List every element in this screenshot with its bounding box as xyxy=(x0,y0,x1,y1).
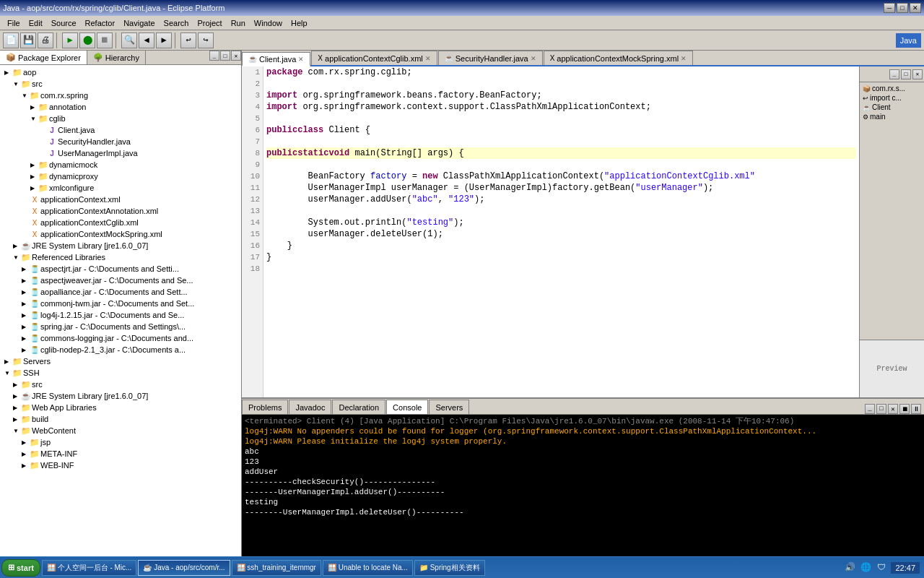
panel-close-btn[interactable]: ✕ xyxy=(231,51,241,61)
editor-tab[interactable]: XapplicationContextCglib.xml✕ xyxy=(311,51,437,65)
outline-maximize[interactable]: □ xyxy=(901,69,911,79)
tree-item[interactable]: J Client.java xyxy=(0,124,241,136)
menu-file[interactable]: File xyxy=(3,17,25,29)
close-button[interactable]: ✕ xyxy=(910,3,921,13)
toolbar-back[interactable]: ◀ xyxy=(139,33,154,48)
tab-close-icon[interactable]: ✕ xyxy=(681,55,687,62)
outline-minimize[interactable]: _ xyxy=(889,69,899,79)
tab-package-explorer[interactable]: 📦 Package Explorer xyxy=(0,51,87,64)
tree-item[interactable]: ▶📁 build xyxy=(0,413,241,425)
tree-item[interactable]: ▼📁 com.rx.spring xyxy=(0,90,241,101)
editor-tab[interactable]: ☕SecurityHandler.java✕ xyxy=(438,51,543,65)
tree-item[interactable]: ▶🫙 commons-logging.jar - C:\Documents an… xyxy=(0,332,241,344)
tree-item[interactable]: X applicationContextMockSpring.xml xyxy=(0,228,241,240)
tree-item[interactable]: ▶🫙 aspectjrt.jar - C:\Documents and Sett… xyxy=(0,263,241,275)
tree-item[interactable]: ▶🫙 cglib-nodep-2.1_3.jar - C:\Documents … xyxy=(0,344,241,355)
perspective-java[interactable]: Java xyxy=(896,33,921,48)
taskbar-item-3[interactable]: 🪟 ssh_training_itemmgr xyxy=(232,560,321,576)
outline-item[interactable]: ↩import c... xyxy=(861,93,923,103)
tree-item[interactable]: ▼📁 WebContent xyxy=(0,425,241,436)
tab-close-icon[interactable]: ✕ xyxy=(531,55,536,62)
tab-close-icon[interactable]: ✕ xyxy=(298,56,304,63)
panel-minimize-btn[interactable]: _ xyxy=(209,51,219,61)
toolbar-stop[interactable]: ⏹ xyxy=(97,33,113,48)
taskbar-item-5[interactable]: 📁 Spring相关资料 xyxy=(414,560,485,576)
menu-help[interactable]: Help xyxy=(287,17,312,29)
menu-refactor[interactable]: Refactor xyxy=(81,17,120,29)
menu-edit[interactable]: Edit xyxy=(25,17,47,29)
code-editor[interactable]: 123456789101112131415161718 package com.… xyxy=(242,66,859,397)
menu-source[interactable]: Source xyxy=(47,17,81,29)
bottom-tab-servers[interactable]: Servers xyxy=(429,400,469,414)
bottom-ctrl-btn[interactable]: _ xyxy=(865,404,875,414)
tree-item[interactable]: ▶🫙 commonj-twm.jar - C:\Documents and Se… xyxy=(0,298,241,309)
toolbar-redo[interactable]: ↪ xyxy=(198,33,214,48)
tree-item[interactable]: ▼📁 src xyxy=(0,78,241,90)
tree-item[interactable]: ▶📁 aop xyxy=(0,66,241,78)
tree-item[interactable]: ▶🫙 aspectjweaver.jar - C:\Documents and … xyxy=(0,275,241,286)
tree-item[interactable]: X applicationContextAnnotation.xml xyxy=(0,205,241,217)
tree-item[interactable]: ▼📁 SSH xyxy=(0,367,241,379)
outline-item[interactable]: ⚙main xyxy=(861,112,923,121)
toolbar-print[interactable]: 🖨 xyxy=(38,33,53,48)
toolbar-new[interactable]: 📄 xyxy=(3,33,19,48)
tree-item[interactable]: ▼📁 Referenced Libraries xyxy=(0,251,241,263)
tab-hierarchy[interactable]: 🌳 Hierarchy xyxy=(87,51,146,64)
maximize-button[interactable]: □ xyxy=(897,3,908,13)
tree-item[interactable]: ▼📁 cglib xyxy=(0,113,241,124)
toolbar-search[interactable]: 🔍 xyxy=(121,33,137,48)
tree-item[interactable]: ▶📁 Web App Libraries xyxy=(0,402,241,413)
menu-window[interactable]: Window xyxy=(250,17,287,29)
toolbar-run[interactable]: ▶ xyxy=(62,33,78,48)
bottom-ctrl-btn[interactable]: □ xyxy=(876,404,886,414)
tree-item[interactable]: ▶🫙 aopalliance.jar - C:\Documents and Se… xyxy=(0,286,241,298)
tree-item[interactable]: ▶📁 xmlconfigure xyxy=(0,182,241,194)
tree-item[interactable]: ▶📁 src xyxy=(0,379,241,390)
bottom-ctrl-btn[interactable]: ⏹ xyxy=(899,404,910,414)
editor-tab[interactable]: ☕Client.java✕ xyxy=(242,52,310,66)
tray-icon-3: 🛡 xyxy=(875,562,888,573)
code-content[interactable]: package com.rx.spring.cglib; import org.… xyxy=(263,66,859,397)
editor-tab[interactable]: XapplicationContextMockSpring.xml✕ xyxy=(544,51,693,65)
tree-item[interactable]: ▶📁 jsp xyxy=(0,436,241,448)
tree-item[interactable]: ▶📁 WEB-INF xyxy=(0,460,241,471)
bottom-tab-javadoc[interactable]: Javadoc xyxy=(289,400,331,414)
bottom-tab-console[interactable]: Console xyxy=(386,400,428,414)
taskbar-item-1[interactable]: 🪟 个人空间一后台 - Mic... xyxy=(42,560,137,576)
panel-maximize-btn[interactable]: □ xyxy=(220,51,230,61)
bottom-tab-declaration[interactable]: Declaration xyxy=(332,400,385,414)
menu-search[interactable]: Search xyxy=(160,17,193,29)
tree-item[interactable]: J UserManagerImpl.java xyxy=(0,147,241,159)
toolbar-save[interactable]: 💾 xyxy=(20,33,36,48)
minimize-button[interactable]: ─ xyxy=(884,3,895,13)
tree-item[interactable]: ▶📁 annotation xyxy=(0,101,241,113)
tree-item[interactable]: ▶📁 dynamicmock xyxy=(0,159,241,171)
toolbar-undo[interactable]: ↩ xyxy=(180,33,196,48)
taskbar-item-4[interactable]: 🪟 Unable to locate Na... xyxy=(323,560,413,576)
tree-item[interactable]: ▶🫙 log4j-1.2.15.jar - C:\Documents and S… xyxy=(0,309,241,321)
outline-item[interactable]: 📦com.rx.s... xyxy=(861,84,923,93)
bottom-ctrl-btn[interactable]: ✕ xyxy=(888,404,898,414)
tree-item[interactable]: J SecurityHandler.java xyxy=(0,136,241,147)
tree-item[interactable]: ▶📁 META-INF xyxy=(0,448,241,460)
bottom-ctrl-btn[interactable]: ⏸ xyxy=(911,404,921,414)
taskbar-item-2[interactable]: ☕ Java - aop/src/com/r... xyxy=(138,560,230,576)
bottom-tab-problems[interactable]: Problems xyxy=(242,400,288,414)
toolbar-debug[interactable]: ⬤ xyxy=(79,33,95,48)
outline-item[interactable]: ☕Client xyxy=(861,103,923,112)
console-line: log4j:WARN Please initialize the log4j s… xyxy=(245,436,921,447)
start-button[interactable]: ⊞ start xyxy=(1,559,40,577)
tree-item[interactable]: ▶🫙 spring.jar - C:\Documents and Setting… xyxy=(0,321,241,332)
menu-run[interactable]: Run xyxy=(227,17,250,29)
tree-item[interactable]: ▶☕ JRE System Library [jre1.6.0_07] xyxy=(0,390,241,402)
menu-navigate[interactable]: Navigate xyxy=(119,17,159,29)
toolbar-forward[interactable]: ▶ xyxy=(156,33,172,48)
outline-close[interactable]: ✕ xyxy=(912,69,923,79)
tree-item[interactable]: X applicationContext.xml xyxy=(0,194,241,205)
tree-item[interactable]: ▶📁 dynamicproxy xyxy=(0,171,241,182)
menu-project[interactable]: Project xyxy=(193,17,226,29)
tree-item[interactable]: X applicationContextCglib.xml xyxy=(0,217,241,228)
tree-item[interactable]: ▶☕ JRE System Library [jre1.6.0_07] xyxy=(0,240,241,251)
tab-close-icon[interactable]: ✕ xyxy=(425,55,431,62)
tree-item[interactable]: ▶📁 Servers xyxy=(0,355,241,367)
